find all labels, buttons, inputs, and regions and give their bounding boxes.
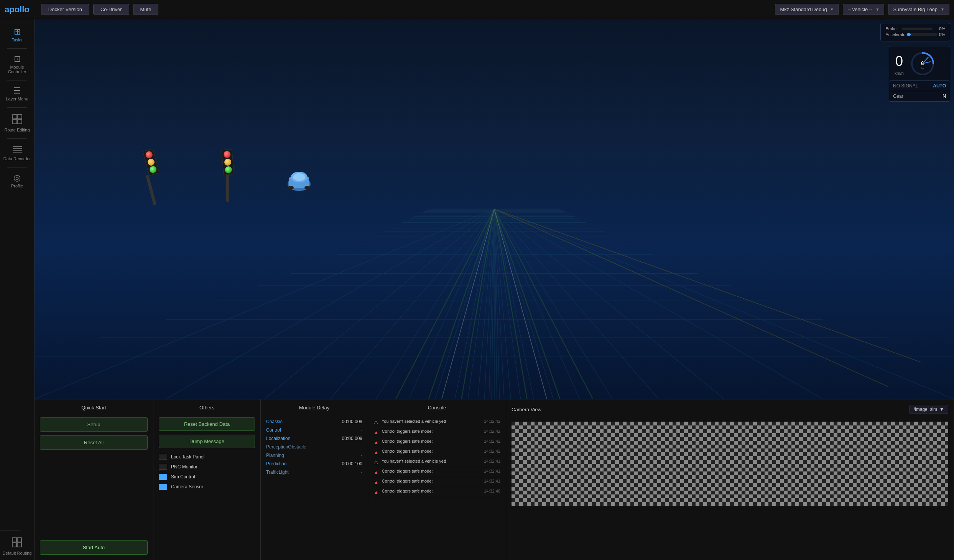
speed-value: 0: [895, 53, 904, 69]
map-dropdown-arrow: ▼: [941, 7, 944, 11]
pnc-monitor-checkbox[interactable]: [159, 464, 167, 470]
main-layout: ⊞ Tasks ⊡ Module Controller ☰ Layer Menu…: [0, 19, 954, 560]
module-name: Localization: [266, 436, 290, 441]
top-bar: apollo Docker Version Co-Driver Mute Mkz…: [0, 0, 954, 19]
module-value: 00:00.009: [342, 419, 362, 424]
camera-sensor-checkbox[interactable]: [159, 484, 167, 490]
module-row: Localization00:00.009: [266, 434, 362, 443]
svg-line-63: [494, 209, 954, 399]
svg-rect-10: [12, 543, 16, 547]
docker-version-button[interactable]: Docker Version: [41, 4, 89, 15]
sidebar-item-profile[interactable]: ◎ Profile: [0, 169, 34, 193]
sidebar-item-route-editing[interactable]: Route Editing: [0, 109, 34, 137]
reset-backend-button[interactable]: Reset Backend Data: [159, 417, 255, 431]
module-row: Chassis00:00.009: [266, 417, 362, 426]
svg-point-78: [288, 186, 294, 190]
sidebar-item-data-recorder[interactable]: Data Recorder: [0, 140, 34, 166]
toggle-lock-task: Lock Task Panel: [159, 452, 255, 462]
brake-val: 0%: [939, 26, 945, 31]
svg-rect-2: [13, 120, 17, 124]
map-dropdown[interactable]: Sunnyvale Big Loop ▼: [888, 4, 949, 15]
sidebar-item-module-controller[interactable]: ⊡ Module Controller: [0, 50, 34, 79]
3d-view[interactable]: Brake 0% Accelerator 0% 0: [35, 19, 954, 399]
tasks-icon: ⊞: [14, 28, 21, 36]
setup-button[interactable]: Setup: [40, 417, 148, 432]
sidebar: ⊞ Tasks ⊡ Module Controller ☰ Layer Menu…: [0, 19, 35, 560]
svg-line-43: [435, 209, 494, 399]
sidebar-item-default-routing[interactable]: Default Routing: [0, 532, 34, 560]
gear-row: Gear N: [889, 91, 950, 101]
svg-line-71: [494, 209, 547, 399]
camera-panel: Camera View /image_sim ▼: [506, 399, 954, 560]
content-area: Brake 0% Accelerator 0% 0: [35, 19, 954, 560]
console-icon: ▲: [373, 479, 379, 485]
co-driver-button[interactable]: Co-Driver: [93, 4, 129, 15]
speed-display: 0 km/h 0 %: [889, 46, 950, 82]
accel-val: 0%: [939, 32, 945, 37]
sidebar-route-label: Route Editing: [4, 128, 30, 132]
svg-line-45: [468, 209, 494, 399]
gear-val: N: [942, 94, 946, 99]
camera-sensor-label: Camera Sensor: [171, 484, 203, 489]
accel-label: Accelerator: [885, 32, 907, 37]
brake-label: Brake: [885, 26, 896, 31]
profile-icon: ◎: [13, 174, 21, 182]
console-row: ⚠You haven't selected a vehicle yet!14:3…: [373, 417, 500, 427]
camera-title: Camera View: [512, 407, 541, 412]
module-name: Planning: [266, 453, 284, 458]
svg-line-56: [494, 209, 534, 399]
reset-all-button[interactable]: Reset All: [40, 435, 148, 450]
speed-unit: km/h: [895, 71, 904, 76]
console-icon: ▲: [373, 449, 379, 455]
lock-task-checkbox[interactable]: [159, 454, 167, 460]
module-name: Control: [266, 427, 281, 433]
svg-line-44: [455, 209, 494, 399]
sim-control-checkbox[interactable]: [159, 474, 167, 480]
pnc-monitor-label: PNC Monitor: [171, 464, 197, 470]
console-icon: ⚠: [373, 459, 378, 465]
console-row: ▲Control triggers safe mode:14:32:41: [373, 467, 500, 477]
start-auto-button[interactable]: Start Auto: [40, 540, 148, 555]
tl1-green: [149, 165, 157, 174]
console-time: 14:32:41: [484, 459, 500, 463]
vehicle-dropdown-arrow: ▼: [876, 7, 880, 11]
camera-dropdown-val: /image_sim: [914, 407, 937, 412]
module-row: TrafficLight-: [266, 468, 362, 476]
dump-message-button[interactable]: Dump Message: [159, 435, 255, 448]
console-title: Console: [373, 405, 500, 411]
sidebar-bottom: Default Routing: [0, 529, 34, 560]
module-delay-panel: Module Delay Chassis00:00.009Control-Loc…: [261, 399, 368, 560]
vehicle-dropdown[interactable]: -- vehicle -- ▼: [843, 4, 885, 15]
route-editing-icon: [12, 114, 23, 126]
accel-bar: [907, 33, 911, 36]
svg-rect-9: [17, 538, 21, 542]
sidebar-item-tasks[interactable]: ⊞ Tasks: [0, 23, 34, 47]
svg-line-72: [494, 209, 888, 387]
svg-rect-3: [18, 120, 22, 124]
module-name: Chassis: [266, 419, 283, 424]
module-controller-icon: ⊡: [14, 55, 21, 63]
sidebar-divider-4: [7, 138, 27, 139]
others-panel: Others Reset Backend Data Dump Message L…: [153, 399, 261, 560]
map-dropdown-label: Sunnyvale Big Loop: [893, 7, 938, 12]
traffic-light-1: [146, 149, 156, 205]
sidebar-divider-6: [0, 530, 21, 531]
console-row: ▲Control triggers safe mode:14:32:42: [373, 437, 500, 447]
module-dropdown[interactable]: Mkz Standard Debug ▼: [775, 4, 839, 15]
camera-dropdown[interactable]: /image_sim ▼: [910, 405, 948, 414]
quickstart-panel: Quick Start Setup Reset All Start Auto: [35, 399, 153, 560]
tl1-red: [145, 151, 153, 159]
sidebar-tasks-label: Tasks: [12, 38, 22, 42]
console-message: Control triggers safe mode:: [382, 479, 481, 483]
sidebar-divider-5: [7, 167, 27, 168]
svg-line-37: [35, 209, 494, 399]
sidebar-divider-2: [7, 80, 27, 80]
mute-button[interactable]: Mute: [133, 4, 159, 15]
toggle-pnc-monitor: PNC Monitor: [159, 462, 255, 472]
console-time: 14:32:42: [484, 419, 500, 424]
console-time: 14:32:42: [484, 429, 500, 434]
sidebar-item-layer-menu[interactable]: ☰ Layer Menu: [0, 82, 34, 106]
sidebar-profile-label: Profile: [11, 184, 23, 188]
svg-line-68: [494, 209, 560, 399]
svg-line-57: [494, 209, 553, 399]
